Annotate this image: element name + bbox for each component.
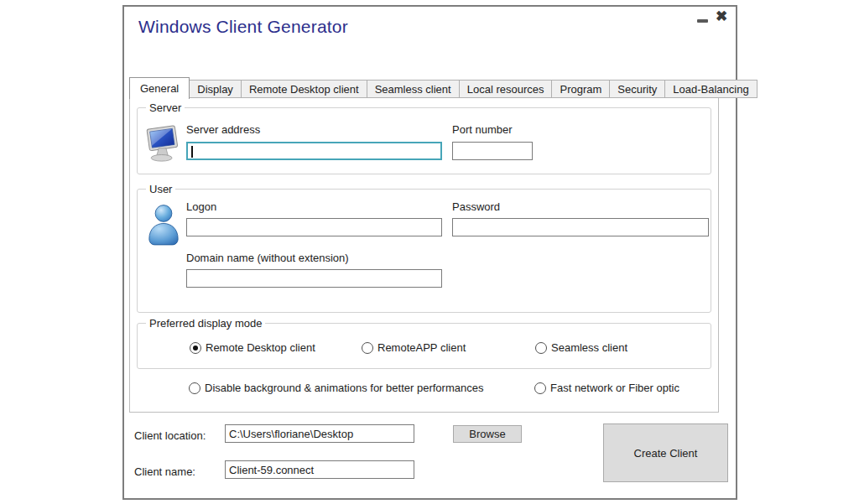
password-input[interactable] xyxy=(452,218,709,236)
window-controls: ✖ xyxy=(696,8,729,27)
tab-load-balancing[interactable]: Load-Balancing xyxy=(665,80,757,98)
server-address-input[interactable] xyxy=(186,142,442,160)
radio-icon xyxy=(534,382,546,394)
user-group: User xyxy=(137,189,711,313)
radio-fast-network[interactable]: Fast network or Fiber optic xyxy=(534,382,679,394)
radio-selected-icon xyxy=(190,342,201,354)
tab-panel-general: Server xyxy=(129,96,719,413)
display-mode-group: Preferred display mode Remote Desktop cl… xyxy=(137,323,711,369)
text-caret xyxy=(191,146,193,158)
tab-display[interactable]: Display xyxy=(190,80,242,98)
domain-name-label: Domain name (without extension) xyxy=(186,252,349,264)
tab-bar: General Display Remote Desktop client Se… xyxy=(129,77,757,98)
app-window: Windows Client Generator ✖ General Displ… xyxy=(122,5,737,500)
radio-seamless-client[interactable]: Seamless client xyxy=(535,341,627,354)
computer-icon xyxy=(144,125,183,167)
tab-remote-desktop-client[interactable]: Remote Desktop client xyxy=(242,80,367,98)
radio-remoteapp-client[interactable]: RemoteAPP client xyxy=(362,341,466,354)
server-address-label: Server address xyxy=(186,123,260,136)
tab-seamless-client[interactable]: Seamless client xyxy=(367,80,460,98)
tab-local-resources[interactable]: Local resources xyxy=(460,80,553,98)
tab-security[interactable]: Security xyxy=(610,80,665,98)
client-location-input[interactable] xyxy=(225,424,414,443)
create-client-button[interactable]: Create Client xyxy=(603,423,728,482)
tab-general[interactable]: General xyxy=(129,77,190,99)
radio-icon xyxy=(189,382,200,394)
logon-input[interactable] xyxy=(186,218,442,236)
server-group-legend: Server xyxy=(146,101,185,114)
display-mode-legend: Preferred display mode xyxy=(146,317,265,330)
client-name-input[interactable] xyxy=(225,460,414,479)
server-group: Server xyxy=(137,107,711,174)
client-location-label: Client location: xyxy=(134,429,206,442)
logon-label: Logon xyxy=(186,200,216,213)
password-label: Password xyxy=(452,200,500,213)
radio-remote-desktop-client[interactable]: Remote Desktop client xyxy=(190,341,315,354)
radio-disable-background[interactable]: Disable background & animations for bett… xyxy=(189,382,483,394)
browse-button[interactable]: Browse xyxy=(453,425,522,443)
close-icon[interactable]: ✖ xyxy=(714,8,729,27)
tab-program[interactable]: Program xyxy=(552,80,610,98)
port-number-input[interactable] xyxy=(452,142,533,160)
radio-icon xyxy=(362,342,373,354)
port-number-label: Port number xyxy=(452,123,513,136)
domain-name-input[interactable] xyxy=(186,269,442,288)
window-title: Windows Client Generator xyxy=(138,17,348,37)
user-group-legend: User xyxy=(146,183,175,195)
minimize-icon[interactable] xyxy=(696,8,709,27)
radio-icon xyxy=(535,342,547,354)
user-icon xyxy=(146,203,181,250)
client-name-label: Client name: xyxy=(134,465,195,478)
